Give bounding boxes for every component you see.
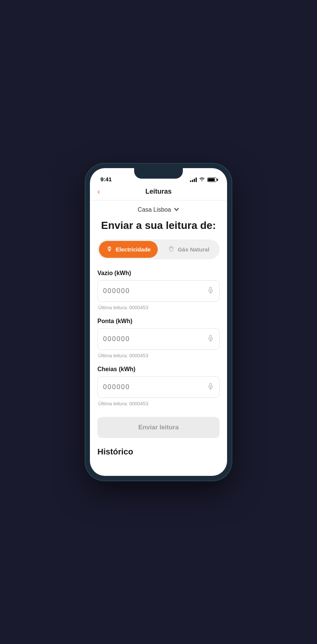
input-wrapper-cheias <box>97 376 220 398</box>
phone-screen: 9:41 <box>90 168 227 476</box>
status-time: 9:41 <box>100 176 112 182</box>
signal-icon <box>190 178 197 182</box>
svg-rect-7 <box>210 383 212 386</box>
input-wrapper-ponta <box>97 328 220 350</box>
field-label-ponta: Ponta (kWh) <box>97 318 220 325</box>
tab-gas[interactable]: Gás Natural <box>159 241 218 258</box>
tab-electricity[interactable]: Electricidade <box>99 241 158 258</box>
svg-rect-4 <box>210 335 212 338</box>
last-reading-cheias: Última leitura: 0000453 <box>97 401 220 406</box>
last-reading-vazio: Última leitura: 0000453 <box>97 305 220 310</box>
last-reading-ponta: Última leitura: 0000453 <box>97 353 220 358</box>
tab-gas-label: Gás Natural <box>178 246 209 253</box>
status-icons <box>190 177 217 182</box>
location-name: Casa Lisboa <box>138 206 171 213</box>
field-group-vazio: Vazio (kWh) Última leitura: 000045 <box>97 270 220 310</box>
app-header: ‹ Leituras <box>90 185 227 200</box>
field-group-ponta: Ponta (kWh) Última leitura: 000045 <box>97 318 220 358</box>
input-cheias[interactable] <box>103 383 207 391</box>
flame-icon <box>168 245 175 253</box>
mic-icon-cheias[interactable] <box>207 383 214 391</box>
header-title: Leituras <box>145 188 172 196</box>
back-button[interactable]: ‹ <box>97 188 100 196</box>
mic-icon-ponta[interactable] <box>207 335 214 343</box>
chevron-down-icon <box>174 207 179 212</box>
location-selector[interactable]: Casa Lisboa <box>97 200 220 216</box>
input-wrapper-vazio <box>97 280 220 302</box>
tab-switcher: Electricidade Gás Natural <box>97 239 220 259</box>
tab-electricity-label: Electricidade <box>116 246 151 253</box>
field-label-cheias: Cheias (kWh) <box>97 366 220 373</box>
submit-button[interactable]: Enviar leitura <box>97 417 220 438</box>
input-ponta[interactable] <box>103 335 207 343</box>
battery-icon <box>207 178 217 182</box>
mic-icon-vazio[interactable] <box>207 287 214 295</box>
field-group-cheias: Cheias (kWh) Última leitura: 00004 <box>97 366 220 406</box>
input-vazio[interactable] <box>103 287 207 295</box>
svg-rect-1 <box>210 287 212 290</box>
phone-frame: 9:41 <box>85 164 232 480</box>
scroll-content: Casa Lisboa Enviar a sua leitura de: <box>90 200 227 476</box>
bulb-icon <box>106 245 113 253</box>
wifi-icon <box>199 177 205 182</box>
field-label-vazio: Vazio (kWh) <box>97 270 220 277</box>
notch <box>134 168 183 179</box>
history-title: Histórico <box>97 447 220 460</box>
main-title: Enviar a sua leitura de: <box>97 216 220 239</box>
